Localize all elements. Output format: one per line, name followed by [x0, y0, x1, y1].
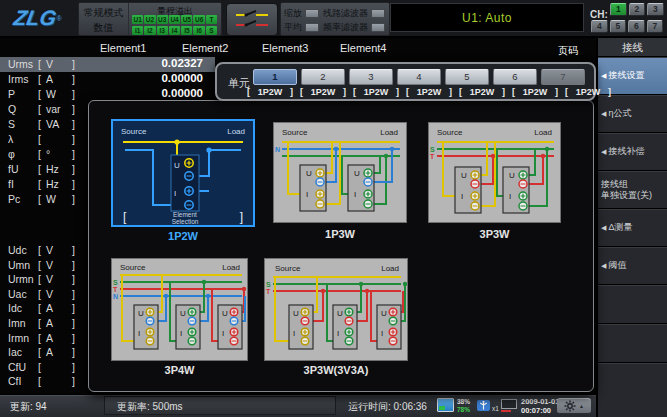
u-terminal-label: U	[461, 171, 467, 180]
plus-terminal-icon	[364, 169, 372, 177]
u-terminal-label: U	[509, 171, 515, 180]
unit-bracket-open: [	[38, 259, 41, 271]
unit-button[interactable]: 3	[349, 69, 393, 85]
unit-button[interactable]: 6	[493, 69, 537, 85]
param-unit: VA	[46, 118, 59, 130]
param-unit: V	[46, 259, 53, 271]
update-rate: 更新率: 500ms	[117, 400, 183, 414]
unit-button[interactable]: 7	[541, 69, 585, 85]
wiring-option-label-1p2w: 1P2W	[111, 230, 255, 242]
wiring-diagram-3p4w: Source Load S T N U I	[112, 259, 247, 360]
unit-bracket-open: [	[38, 273, 41, 285]
brand-logo: ZLG ®	[0, 0, 76, 36]
unit-bracket-open: [	[38, 178, 41, 190]
wiring-option-3p3w[interactable]: Source Load S T	[428, 122, 561, 223]
wiring-option-3p4w[interactable]: Source Load S T N U I	[111, 258, 248, 361]
unit-bracket-open: [	[38, 332, 41, 344]
unit-bracket-close: ]	[72, 88, 75, 100]
unit-bracket-open: [	[38, 73, 41, 85]
element-header: Element4	[340, 42, 386, 54]
overflow-indicator: U3	[157, 15, 168, 24]
overflow-indicator: I4	[169, 26, 180, 35]
channel-button[interactable]: 6	[628, 20, 645, 33]
param-name: CfI	[8, 375, 21, 387]
wiring-diagram-1p2w: Source Load U I [	[113, 121, 253, 225]
menu-item[interactable]: ◀ 接线组单独设置(关)	[598, 171, 667, 209]
phase-label-t: T	[113, 286, 118, 293]
minus-terminal-icon	[471, 180, 479, 188]
unit-bracket-close: ]	[72, 259, 75, 271]
bracket-close: ]	[343, 87, 346, 97]
overflow-indicator: I5	[181, 26, 192, 35]
toggle-indicator	[305, 23, 319, 32]
toggle-label: 平均	[284, 21, 302, 34]
channel-button[interactable]: 4	[591, 20, 608, 33]
wiring-option-label-3p3w: 3P3W	[428, 228, 561, 240]
param-name: λ	[8, 133, 13, 145]
channel-button[interactable]: 3	[647, 3, 664, 16]
minus-terminal-icon	[301, 337, 309, 345]
unit-bracket-open: [	[38, 193, 41, 205]
element-header: Element2	[182, 42, 228, 54]
plus-terminal-icon	[389, 308, 397, 316]
menu-title: 接线	[598, 38, 667, 57]
wiring-option-1p2w[interactable]: Source Load U I [	[111, 119, 255, 227]
i-terminal-label: I	[461, 192, 463, 201]
toggle-indicator	[305, 9, 319, 18]
element-header: Element1	[100, 42, 146, 54]
wiring-switch-button[interactable]	[226, 3, 278, 36]
u-terminal-label: U	[138, 309, 144, 318]
menu-item[interactable]: ◀ Δ测量	[598, 209, 667, 247]
channel-button[interactable]: 1	[610, 3, 627, 16]
param-name: Iac	[8, 346, 22, 358]
plus-terminal-icon	[364, 190, 372, 198]
update-count: 更新: 94	[10, 400, 47, 414]
i-terminal-label: I	[306, 190, 308, 199]
source-label: Source	[121, 127, 147, 136]
i-terminal-label: I	[174, 189, 176, 198]
u-terminal-label: U	[293, 309, 299, 318]
time: 00:07:00	[521, 406, 551, 415]
unit-button[interactable]: 2	[301, 69, 345, 85]
wiring-selection-dialog: Source Load U I [	[88, 100, 594, 392]
unit-bracket-open: [	[38, 317, 41, 329]
u-terminal-label: U	[174, 161, 180, 170]
param-unit: var	[46, 103, 61, 115]
minus-terminal-icon	[389, 337, 397, 345]
wiring-option-label-1p3w: 1P3W	[273, 228, 407, 240]
menu-item[interactable]: ◀ η公式	[598, 95, 667, 133]
wiring-option-1p3w[interactable]: Source Load N	[273, 122, 407, 223]
settings-button[interactable]: ▲	[557, 398, 591, 414]
channel-button[interactable]: 7	[647, 20, 664, 33]
toggle: 线路滤波器	[323, 7, 385, 20]
param-unit: V	[46, 58, 53, 70]
plus-terminal-icon	[519, 192, 527, 200]
left-arrow-icon: ◀	[601, 224, 606, 231]
channel-button[interactable]: 5	[610, 20, 627, 33]
wiring-option-3p3w3v3a[interactable]: Source Load S T U I U I	[264, 258, 408, 361]
bracket-close: ]	[502, 87, 505, 97]
table-row: Urms [ V ] 0.02327	[0, 57, 215, 72]
channel-selector: CH: 123 4567	[586, 0, 667, 36]
bracket-close: ]	[290, 87, 293, 97]
range-status-display: U1: Auto	[390, 3, 584, 32]
menu-item[interactable]: ◀ 接线补偿	[598, 133, 667, 171]
minus-terminal-icon	[185, 201, 193, 209]
unit-bracket-open: [	[38, 163, 41, 175]
overflow-indicator: I2	[144, 26, 155, 35]
unit-bracket-close: ]	[72, 288, 75, 300]
unit-button[interactable]: 1	[253, 69, 297, 85]
i-terminal-label: I	[381, 329, 383, 338]
menu-item[interactable]: ◀ 阈值	[598, 247, 667, 285]
unit-button[interactable]: 5	[445, 69, 489, 85]
minus-terminal-icon	[316, 200, 324, 208]
unit-bracket-close: ]	[72, 133, 75, 145]
brand-logo-text: ZLG	[12, 6, 58, 30]
unit-wiring-type: [1P2W]	[300, 87, 346, 97]
param-unit: Hz	[46, 163, 59, 175]
unit-bracket-open: [	[38, 133, 41, 145]
unit-bracket-close: ]	[72, 317, 75, 329]
source-label: Source	[120, 263, 146, 272]
channel-button[interactable]: 2	[629, 3, 646, 16]
unit-button[interactable]: 4	[397, 69, 441, 85]
